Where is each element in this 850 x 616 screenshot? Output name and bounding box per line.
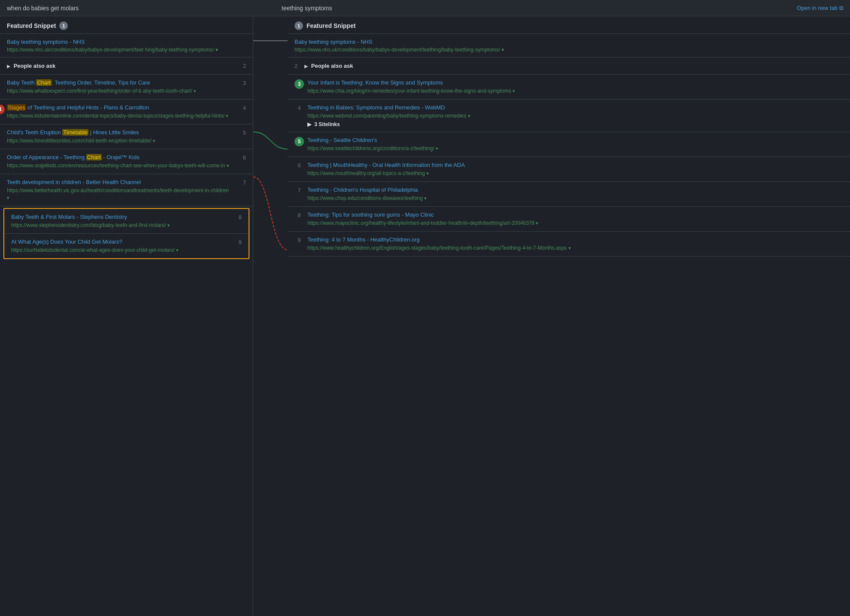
left-result-4: 4 Stages of Teething and Helpful Hints -…	[0, 100, 253, 124]
left-people-ask-content: ▶ People also ask	[7, 63, 240, 69]
right-result-4-title[interactable]: Teething in Babies: Symptoms and Remedie…	[307, 104, 843, 112]
right-result-7-url[interactable]: https://www.chop.edu/conditions-diseases…	[307, 195, 843, 202]
left-featured-label: Featured Snippet	[7, 22, 56, 29]
right-people-ask-row: 2 ▶ People also ask	[288, 57, 850, 75]
right-featured-label: Featured Snippet	[307, 22, 355, 29]
external-link-icon: ⧉	[839, 5, 843, 12]
left-featured-snippet-header: Featured Snippet 1	[0, 16, 253, 34]
right-result-3-title[interactable]: Your Infant is Teething: Know the Signs …	[307, 79, 843, 87]
left-num-7: 7	[233, 178, 246, 186]
right-featured-url[interactable]: https://www.nhs.uk/conditions/baby/babys…	[294, 47, 843, 53]
triangle-icon-sitelinks: ▶	[307, 121, 311, 127]
right-result-5-title[interactable]: Teething - Seattle Children's	[307, 136, 843, 144]
left-people-ask-label: People also ask	[14, 63, 56, 69]
right-num-4: 4	[294, 104, 304, 111]
left-result-7-content: Teeth development in children - Better H…	[7, 178, 230, 202]
right-num-6: 6	[294, 161, 304, 169]
left-result-6-url[interactable]: https://www.orajelkids.com/en/resources/…	[7, 162, 230, 169]
right-badge-3: 3	[294, 79, 304, 89]
right-result-5-url[interactable]: https://www.seattlechildrens.org/conditi…	[307, 145, 843, 152]
right-featured-title[interactable]: Baby teething symptoms - NHS	[294, 38, 843, 46]
right-result-6-title[interactable]: Teething | MouthHealthy - Oral Health In…	[307, 161, 843, 169]
left-num-2: 2	[243, 63, 246, 69]
right-result-8-content: Teething: Tips for soothing sore gums - …	[307, 211, 843, 227]
left-result-8: Baby Teeth & First Molars - Stephens Den…	[4, 209, 249, 234]
left-result-6: Order of Appearance - Teething Chart - O…	[0, 149, 253, 174]
triangle-icon-left: ▶	[7, 63, 10, 69]
right-result-8: 8 Teething: Tips for soothing sore gums …	[288, 207, 850, 232]
left-featured-url[interactable]: https://www.nhs.uk/conditions/baby/babys…	[7, 47, 246, 53]
left-num-5: 5	[233, 129, 246, 136]
left-result-9-title[interactable]: At What Age(s) Does Your Child Get Molar…	[11, 238, 225, 246]
left-result-9: At What Age(s) Does Your Child Get Molar…	[4, 234, 249, 258]
right-result-6: 6 Teething | MouthHealthy - Oral Health …	[288, 157, 850, 182]
left-num-9: 9	[229, 238, 242, 245]
right-result-6-content: Teething | MouthHealthy - Oral Health In…	[307, 161, 843, 177]
left-badge-1: 1	[59, 21, 68, 30]
right-num-8: 8	[294, 211, 304, 218]
sitelinks-label: 3 Sitelinks	[314, 121, 340, 127]
query-left: when do babies get molars	[7, 5, 256, 12]
left-result-7-title[interactable]: Teeth development in children - Better H…	[7, 178, 230, 186]
right-result-6-url[interactable]: https://www.mouthhealthy.org/all-topics-…	[307, 170, 843, 177]
left-result-6-content: Order of Appearance - Teething Chart - O…	[7, 154, 230, 169]
right-people-ask-content: ▶ People also ask	[304, 63, 843, 69]
left-result-9-url[interactable]: https://surfsidekidsdental.com/at-what-a…	[11, 247, 225, 254]
left-result-7-url[interactable]: https://www.betterhealth.vic.gov.au/heal…	[7, 187, 230, 202]
left-result-3-content: Baby Teeth Chart: Teething Order, Timeli…	[7, 79, 230, 95]
right-result-9: 9 Teething: 4 to 7 Months - HealthyChild…	[288, 232, 850, 257]
right-result-3-content: Your Infant is Teething: Know the Signs …	[307, 79, 843, 95]
right-result-4: 4 Teething in Babies: Symptoms and Remed…	[288, 100, 850, 132]
connector-area	[253, 16, 288, 616]
left-result-5: Child's Teeth Eruption Timetable | Hines…	[0, 124, 253, 149]
left-result-4-content: Stages of Teething and Helpful Hints - P…	[7, 104, 230, 120]
left-result-4-title[interactable]: Stages of Teething and Helpful Hints - P…	[7, 104, 230, 112]
right-num-7: 7	[294, 186, 304, 193]
left-num-4: 4	[233, 104, 246, 111]
left-num-3: 3	[233, 79, 246, 86]
left-result-3-url[interactable]: https://www.whattoexpect.com/first-year/…	[7, 88, 230, 95]
triangle-icon-right: ▶	[304, 63, 308, 69]
left-result-4-url[interactable]: https://www.kidsdentalonline.com/dental-…	[7, 112, 230, 120]
open-new-tab-button[interactable]: Open in new tab ⧉	[797, 5, 843, 12]
left-result-6-title[interactable]: Order of Appearance - Teething Chart - O…	[7, 154, 230, 161]
right-result-9-title[interactable]: Teething: 4 to 7 Months - HealthyChildre…	[307, 236, 843, 244]
right-result-4-sitelinks: ▶ 3 Sitelinks	[307, 121, 843, 127]
right-badge-1: 1	[294, 21, 303, 30]
right-num-9: 9	[294, 236, 304, 243]
left-results-8-9-box: Baby Teeth & First Molars - Stephens Den…	[3, 208, 249, 259]
right-result-7-title[interactable]: Teething - Children's Hospital of Philad…	[307, 186, 843, 194]
right-result-5-content: Teething - Seattle Children's https://ww…	[307, 136, 843, 152]
right-result-4-content: Teething in Babies: Symptoms and Remedie…	[307, 104, 843, 127]
right-num-2: 2	[294, 63, 298, 69]
right-result-7: 7 Teething - Children's Hospital of Phil…	[288, 182, 850, 207]
left-result-5-url[interactable]: https://www.hineslittlesmiles.com/child-…	[7, 137, 230, 145]
top-bar: when do babies get molars teething sympt…	[0, 0, 850, 16]
query-right: teething symptoms	[282, 5, 332, 12]
right-result-9-url[interactable]: https://www.healthychildren.org/English/…	[307, 245, 843, 252]
left-result-3-title[interactable]: Baby Teeth Chart: Teething Order, Timeli…	[7, 79, 230, 87]
right-panel: 1 Featured Snippet Baby teething symptom…	[288, 16, 850, 616]
open-new-tab-label: Open in new tab	[797, 5, 838, 11]
right-people-ask-label: People also ask	[311, 63, 353, 69]
left-result-3: Baby Teeth Chart: Teething Order, Timeli…	[0, 75, 253, 100]
left-people-ask-row: ▶ People also ask 2	[0, 57, 253, 75]
right-badge-5: 5	[294, 137, 304, 146]
left-result-8-url[interactable]: https://www.stephensdentistry.com/blog/b…	[11, 222, 225, 229]
left-result-8-title[interactable]: Baby Teeth & First Molars - Stephens Den…	[11, 213, 225, 221]
left-result-4-badge: 4	[0, 105, 5, 114]
left-featured-snippet: Baby teething symptoms - NHS https://www…	[0, 34, 253, 57]
left-result-8-content: Baby Teeth & First Molars - Stephens Den…	[11, 213, 225, 229]
right-result-3: 3 Your Infant is Teething: Know the Sign…	[288, 75, 850, 100]
right-result-9-content: Teething: 4 to 7 Months - HealthyChildre…	[307, 236, 843, 252]
left-result-5-content: Child's Teeth Eruption Timetable | Hines…	[7, 129, 230, 145]
left-panel: Featured Snippet 1 Baby teething symptom…	[0, 16, 253, 616]
right-result-3-url[interactable]: https://www.chla.org/blog/rn-remedies/yo…	[307, 88, 843, 95]
right-result-4-url[interactable]: https://www.webmd.com/parenting/baby/tee…	[307, 112, 843, 120]
left-result-5-title[interactable]: Child's Teeth Eruption Timetable | Hines…	[7, 129, 230, 136]
right-result-8-url[interactable]: https://www.mayoclinic.org/healthy-lifes…	[307, 220, 843, 227]
left-featured-title[interactable]: Baby teething symptoms - NHS	[7, 38, 246, 46]
left-result-7: Teeth development in children - Better H…	[0, 174, 253, 206]
right-result-8-title[interactable]: Teething: Tips for soothing sore gums - …	[307, 211, 843, 219]
right-featured-snippet-header: 1 Featured Snippet	[288, 16, 850, 34]
